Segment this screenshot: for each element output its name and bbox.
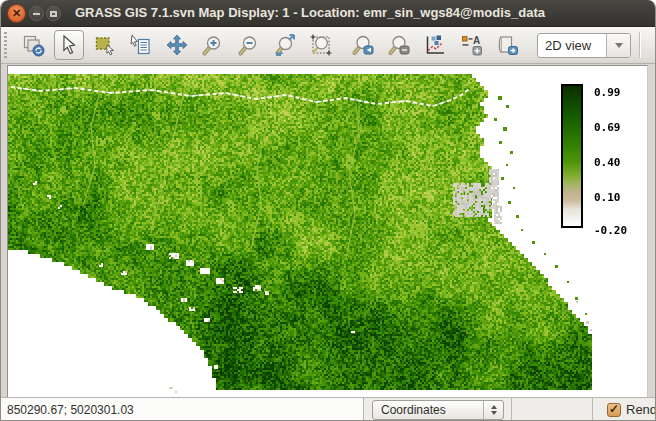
- zoom-in-button[interactable]: [198, 30, 228, 60]
- zoom-back-button[interactable]: [348, 30, 378, 60]
- zoom-out-button[interactable]: [234, 30, 264, 60]
- maximize-icon: [50, 11, 57, 17]
- map-display-area: 0.99 0.69 0.40 0.10 -0.20: [1, 64, 656, 397]
- analyze-map-icon: [423, 33, 447, 57]
- save-display-button[interactable]: [492, 30, 522, 60]
- statusbar-progress-section: [512, 398, 593, 421]
- window-title: GRASS GIS 7.1.svn Map Display: 1 - Locat…: [75, 5, 545, 20]
- pointer-icon: [57, 33, 81, 57]
- zoom-options-icon: [387, 33, 411, 57]
- zoom-options-button[interactable]: [384, 30, 414, 60]
- render-display-icon: [21, 33, 45, 57]
- zoom-extent-button[interactable]: [270, 30, 300, 60]
- raster-legend[interactable]: 0.99 0.69 0.40 0.10 -0.20: [558, 84, 628, 234]
- query-icon: [129, 33, 153, 57]
- pointer-button[interactable]: [54, 30, 84, 60]
- legend-label: 0.40: [594, 156, 621, 169]
- legend-label: 0.69: [594, 121, 621, 134]
- zoom-extent-icon: [273, 33, 297, 57]
- save-display-icon: [495, 33, 519, 57]
- minimize-button[interactable]: [29, 6, 44, 21]
- chevron-down-icon: [615, 43, 623, 48]
- view-mode-dropdown-button[interactable]: [606, 34, 630, 57]
- select-features-icon: [93, 33, 117, 57]
- add-overlay-icon: A: [459, 33, 483, 57]
- query-button[interactable]: [126, 30, 156, 60]
- map-display-window: ✕ GRASS GIS 7.1.svn Map Display: 1 - Loc…: [0, 0, 656, 421]
- toolbar-separator: [639, 32, 640, 58]
- zoom-region-icon: [309, 33, 333, 57]
- legend-label: 0.10: [594, 191, 621, 204]
- svg-text:A: A: [473, 35, 480, 46]
- zoom-out-icon: [237, 33, 261, 57]
- view-mode-value: 2D view: [538, 38, 606, 53]
- titlebar[interactable]: ✕ GRASS GIS 7.1.svn Map Display: 1 - Loc…: [1, 0, 656, 27]
- spinner-arrows-icon[interactable]: [483, 401, 503, 419]
- view-mode-select[interactable]: 2D view: [537, 33, 631, 58]
- statusbar-render-section: ✓ Render: [593, 398, 656, 421]
- render-checkbox[interactable]: ✓: [607, 403, 621, 417]
- maximize-button[interactable]: [46, 6, 61, 21]
- zoom-in-icon: [201, 33, 225, 57]
- pan-icon: [165, 33, 189, 57]
- statusbar-mode-section: Coordinates: [364, 398, 512, 421]
- close-icon: ✕: [12, 8, 21, 19]
- statusbar: 850290.67; 5020301.03 Coordinates ✓ Rend…: [1, 397, 656, 421]
- map-toolbar: A 2D view: [1, 27, 656, 64]
- statusbar-mode-value: Coordinates: [373, 403, 483, 417]
- select-features-button[interactable]: [90, 30, 120, 60]
- zoom-back-icon: [351, 33, 375, 57]
- add-overlay-button[interactable]: A: [456, 30, 486, 60]
- statusbar-mode-select[interactable]: Coordinates: [372, 400, 504, 420]
- legend-label: 0.99: [594, 86, 621, 99]
- legend-label: -0.20: [594, 224, 627, 237]
- minimize-icon: [33, 13, 40, 15]
- pan-button[interactable]: [162, 30, 192, 60]
- map-canvas[interactable]: [7, 65, 648, 398]
- analyze-map-button[interactable]: [420, 30, 450, 60]
- checkmark-icon: ✓: [609, 403, 619, 415]
- legend-color-bar: [561, 84, 583, 228]
- coordinate-display: 850290.67; 5020301.03: [1, 398, 364, 421]
- render-display-button[interactable]: [18, 30, 48, 60]
- close-button[interactable]: ✕: [7, 4, 26, 23]
- zoom-region-button[interactable]: [306, 30, 336, 60]
- render-checkbox-label: Render: [626, 402, 656, 417]
- toolbar-drag-handle[interactable]: [4, 32, 7, 58]
